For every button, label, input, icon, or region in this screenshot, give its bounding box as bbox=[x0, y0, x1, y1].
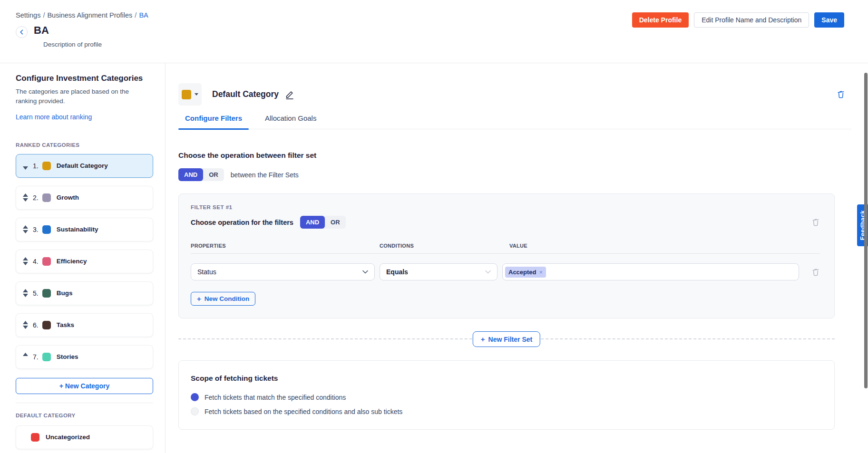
value-input[interactable]: Accepted × bbox=[502, 263, 799, 280]
or-toggle[interactable]: OR bbox=[325, 216, 346, 229]
back-button[interactable] bbox=[16, 26, 28, 38]
scrollbar-thumb[interactable] bbox=[864, 73, 868, 388]
new-condition-label: New Condition bbox=[205, 295, 250, 302]
move-up-icon[interactable] bbox=[23, 225, 28, 229]
table-header-divider bbox=[191, 253, 820, 254]
new-condition-button[interactable]: + New Condition bbox=[191, 292, 255, 306]
sidebar-divider bbox=[16, 403, 153, 403]
edit-profile-button[interactable]: Edit Profile Name and Description bbox=[694, 12, 809, 28]
category-label: Stories bbox=[57, 353, 78, 360]
tab-configure-filters[interactable]: Configure Filters bbox=[178, 109, 249, 129]
reorder-arrows[interactable] bbox=[23, 225, 29, 233]
category-item-uncategorized[interactable]: Uncategorized bbox=[16, 425, 153, 449]
color-swatch bbox=[182, 90, 191, 99]
and-toggle[interactable]: AND bbox=[300, 216, 325, 229]
breadcrumb-settings[interactable]: Settings bbox=[16, 11, 40, 19]
category-color-dot bbox=[42, 257, 51, 266]
and-toggle[interactable]: AND bbox=[178, 168, 203, 181]
category-item-growth[interactable]: 2.Growth bbox=[16, 186, 153, 210]
category-item-efficiency[interactable]: 4.Efficiency bbox=[16, 250, 153, 273]
edit-category-name-icon[interactable] bbox=[285, 90, 294, 99]
scope-option-label: Fetch tickets that match the specified c… bbox=[205, 394, 346, 401]
learn-more-link[interactable]: Learn more about ranking bbox=[16, 113, 92, 121]
scope-option-1[interactable]: Fetch tickets that match the specified c… bbox=[191, 393, 822, 401]
property-select[interactable]: Status bbox=[191, 263, 375, 280]
remove-value-icon[interactable]: × bbox=[539, 269, 543, 276]
breadcrumb-separator: / bbox=[135, 11, 137, 19]
category-label: Growth bbox=[57, 194, 79, 201]
category-item-stories[interactable]: 7.Stories bbox=[16, 345, 153, 369]
move-down-icon[interactable] bbox=[23, 198, 28, 202]
breadcrumb-current: BA bbox=[139, 11, 148, 19]
category-item-sustainability[interactable]: 3.Sustainability bbox=[16, 218, 153, 241]
radio-selected-icon[interactable] bbox=[191, 393, 199, 401]
property-select-value: Status bbox=[197, 268, 216, 276]
move-down-icon[interactable] bbox=[23, 326, 28, 329]
move-down-icon[interactable] bbox=[23, 262, 28, 265]
category-item-tasks[interactable]: 6.Tasks bbox=[16, 313, 153, 337]
or-toggle[interactable]: OR bbox=[203, 168, 224, 181]
delete-condition-button[interactable] bbox=[811, 268, 820, 277]
reorder-arrows[interactable] bbox=[23, 321, 29, 329]
move-down-icon[interactable] bbox=[23, 230, 28, 233]
condition-row: Status Equals Accepted × bbox=[191, 263, 820, 280]
new-filter-set-label: New Filter Set bbox=[488, 336, 533, 343]
move-down-icon[interactable] bbox=[23, 166, 28, 170]
trash-icon bbox=[837, 90, 845, 99]
sidebar-heading: Configure Investment Categories bbox=[16, 74, 154, 83]
sidebar-description: The categories are placed based on the r… bbox=[16, 87, 135, 106]
radio-unselected-icon[interactable] bbox=[191, 407, 199, 415]
condition-select[interactable]: Equals bbox=[380, 263, 497, 280]
chevron-down-icon bbox=[485, 270, 491, 274]
new-category-button[interactable]: + New Category bbox=[16, 378, 153, 394]
category-rank: 3. bbox=[33, 226, 39, 233]
column-header-properties: PROPERTIES bbox=[191, 243, 375, 249]
color-swatch-dropdown[interactable] bbox=[178, 83, 202, 106]
scope-options: Fetch tickets that match the specified c… bbox=[191, 393, 822, 415]
category-color-dot bbox=[31, 433, 39, 442]
page-title: BA bbox=[34, 24, 49, 37]
category-label: Tasks bbox=[57, 321, 74, 328]
breadcrumb-profiles[interactable]: Business Alignment Profiles bbox=[47, 11, 132, 19]
reorder-arrows[interactable] bbox=[23, 289, 29, 297]
ranked-categories-list: 1.Default Category2.Growth3.Sustainabili… bbox=[16, 154, 154, 369]
move-up-icon[interactable] bbox=[23, 321, 28, 324]
save-button[interactable]: Save bbox=[814, 12, 844, 28]
filter-set-separator: + New Filter Set bbox=[178, 331, 835, 347]
category-label: Bugs bbox=[57, 289, 73, 297]
delete-category-button[interactable] bbox=[837, 90, 845, 99]
move-up-icon[interactable] bbox=[23, 193, 28, 197]
category-rank: 6. bbox=[33, 321, 39, 329]
category-item-default-category[interactable]: 1.Default Category bbox=[16, 154, 153, 178]
category-color-dot bbox=[42, 321, 51, 329]
move-down-icon[interactable] bbox=[23, 294, 28, 297]
reorder-arrows[interactable] bbox=[23, 193, 29, 202]
tab-bar: Configure Filters Allocation Goals bbox=[178, 109, 851, 129]
category-config-panel: Default Category Configure Filters Alloc… bbox=[166, 63, 868, 453]
reorder-arrows[interactable] bbox=[23, 162, 29, 170]
move-up-icon[interactable] bbox=[23, 353, 28, 356]
category-color-dot bbox=[42, 289, 51, 298]
scope-option-2[interactable]: Fetch tickets based on the specified con… bbox=[191, 407, 822, 415]
delete-filter-set-button[interactable] bbox=[811, 218, 820, 227]
tab-allocation-goals[interactable]: Allocation Goals bbox=[258, 109, 323, 129]
category-label: Efficiency bbox=[57, 258, 87, 265]
move-up-icon[interactable] bbox=[23, 289, 28, 292]
plus-icon: + bbox=[481, 335, 485, 343]
plus-icon: + bbox=[197, 295, 201, 303]
move-up-icon[interactable] bbox=[23, 257, 28, 260]
category-title: Default Category bbox=[212, 89, 279, 99]
category-color-dot bbox=[42, 225, 51, 234]
chevron-down-icon bbox=[195, 93, 198, 96]
category-label: Uncategorized bbox=[46, 434, 90, 441]
toggle-suffix-text: between the Filter Sets bbox=[231, 171, 299, 179]
new-filter-set-button[interactable]: + New Filter Set bbox=[473, 331, 540, 347]
delete-profile-button[interactable]: Delete Profile bbox=[632, 12, 689, 28]
reorder-arrows[interactable] bbox=[23, 353, 29, 361]
category-item-bugs[interactable]: 5.Bugs bbox=[16, 281, 153, 305]
category-label: Default Category bbox=[57, 162, 108, 169]
categories-sidebar: Configure Investment Categories The cate… bbox=[0, 63, 166, 453]
filter-set-operation-heading: Choose the operation between filter set bbox=[178, 151, 851, 160]
default-category-label: DEFAULT CATEGORY bbox=[16, 413, 154, 418]
reorder-arrows[interactable] bbox=[23, 257, 29, 265]
